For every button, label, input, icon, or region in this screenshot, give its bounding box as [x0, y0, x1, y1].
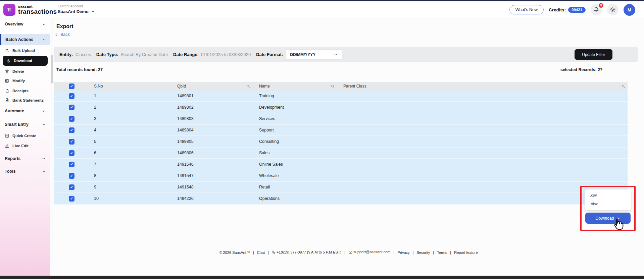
gear-icon: [610, 7, 616, 13]
notifications-button[interactable]: 5: [591, 4, 602, 15]
menu-item-csv[interactable]: .csv: [585, 191, 631, 200]
table-row[interactable]: ✓ 1 1489801 Training: [54, 91, 628, 102]
footer-privacy-link[interactable]: Privacy: [397, 250, 409, 255]
table-row[interactable]: ✓ 10 1494226 Operations: [54, 193, 628, 205]
table-row[interactable]: ✓ 8 1491547 Wholesale: [54, 170, 628, 182]
sidebar-section-overview[interactable]: Overview: [0, 19, 50, 29]
download-popup-highlight: .csv .xlsx Download: [580, 186, 636, 231]
date-range-label: Date Range:: [173, 52, 199, 57]
table-row[interactable]: ✓ 7 1491546 Online Sales: [54, 159, 628, 170]
download-format-menu: .csv .xlsx: [585, 189, 631, 210]
column-header-qbid[interactable]: QbId: [175, 84, 255, 89]
sidebar-item-bank-statements[interactable]: Bank Statements: [0, 96, 50, 105]
footer-security-link[interactable]: Security: [417, 250, 430, 255]
edit-icon: [5, 78, 9, 83]
sidebar-section-smart-entry[interactable]: Smart Entry: [0, 119, 50, 129]
check-icon: ✓: [70, 163, 73, 166]
row-checkbox[interactable]: ✓: [69, 196, 75, 202]
footer: © 2026 SaasAnt™ | Chat | +1(619) 377-097…: [53, 250, 644, 255]
row-checkbox[interactable]: ✓: [69, 139, 75, 145]
entity-label: Entity:: [59, 52, 73, 57]
footer-report-feature-link[interactable]: Report feature: [454, 250, 478, 255]
logo-brand-big: transactions: [18, 8, 57, 15]
sidebar-section-tools[interactable]: Tools: [0, 166, 50, 176]
check-icon: ✓: [70, 151, 73, 155]
table-row[interactable]: ✓ 6 1489806 Sales: [54, 148, 628, 159]
row-checkbox[interactable]: ✓: [69, 150, 75, 156]
settings-button[interactable]: [607, 4, 618, 15]
row-checkbox[interactable]: ✓: [69, 127, 75, 133]
row-checkbox[interactable]: ✓: [69, 173, 75, 179]
check-icon: ✓: [70, 140, 73, 144]
table-row[interactable]: ✓ 2 1489802 Development: [54, 102, 628, 113]
row-checkbox[interactable]: ✓: [69, 116, 75, 122]
sidebar-section-batch-actions[interactable]: Batch Actions: [0, 34, 50, 45]
check-icon: ✓: [70, 85, 73, 88]
row-checkbox[interactable]: ✓: [69, 184, 75, 190]
sidebar-item-receipts[interactable]: Receipts: [0, 87, 50, 95]
notification-count-badge: 5: [599, 3, 603, 8]
row-checkbox[interactable]: ✓: [69, 105, 75, 110]
bell-icon: [593, 7, 599, 13]
total-records-text: Total records found: 27: [56, 67, 103, 72]
column-header-sno[interactable]: S.No: [84, 84, 175, 89]
chevron-down-icon: [91, 10, 95, 13]
update-filter-button[interactable]: Update Filter: [575, 49, 612, 60]
table-row[interactable]: ✓ 9 1491548 Retail: [54, 182, 628, 193]
chevron-down-icon: [42, 157, 46, 161]
footer-copyright: © 2026 SaasAnt™: [219, 250, 250, 255]
sidebar-item-delete[interactable]: Delete: [0, 67, 50, 76]
sidebar-item-bulk-upload[interactable]: Bulk Upload: [0, 46, 50, 55]
table-row[interactable]: ✓ 5 1489805 Consulting: [54, 136, 628, 148]
app-logo[interactable]: tr saasant transactions: [3, 4, 57, 16]
check-icon: ✓: [70, 185, 73, 189]
chevron-up-icon: [42, 123, 46, 126]
column-header-name[interactable]: Name: [255, 84, 339, 89]
date-format-label: Date Format:: [256, 52, 283, 57]
selected-records-text: selected Records: 27: [560, 67, 602, 72]
search-icon[interactable]: [331, 84, 335, 89]
receipt-document-icon: [5, 89, 9, 93]
scrollbar-thumb[interactable]: [51, 55, 53, 83]
credits-label: Credits:: [549, 7, 566, 12]
back-button[interactable]: Back: [54, 32, 70, 37]
sidebar-item-modify[interactable]: Modify: [0, 76, 50, 85]
sidebar: Overview Batch Actions Bulk Upload Downl…: [0, 18, 50, 276]
column-header-parent-class[interactable]: Parent Class: [339, 84, 628, 89]
select-all-checkbox[interactable]: ✓: [69, 83, 75, 89]
sidebar-scrollbar[interactable]: [51, 18, 53, 272]
table-row[interactable]: ✓ 3 1489803 Services: [54, 113, 628, 125]
sidebar-item-live-edit[interactable]: Live Edit: [0, 142, 50, 150]
footer-email[interactable]: support@saasant.com: [348, 250, 390, 254]
current-account-value: SaasAnt Demo: [58, 9, 89, 14]
footer-chat-link[interactable]: Chat: [257, 250, 265, 255]
statement-document-icon: [5, 98, 9, 103]
sidebar-item-quick-create[interactable]: Quick Create: [0, 131, 50, 140]
bottom-window-strip: [0, 276, 644, 279]
check-icon: ✓: [70, 106, 73, 109]
date-format-select[interactable]: DD/MM/YYYY: [285, 49, 342, 60]
menu-item-xlsx[interactable]: .xlsx: [585, 200, 631, 208]
footer-terms-link[interactable]: Terms: [437, 250, 447, 255]
check-icon: ✓: [70, 94, 73, 98]
whats-new-button[interactable]: What's New: [509, 5, 544, 14]
row-checkbox[interactable]: ✓: [69, 93, 75, 99]
search-icon[interactable]: [621, 84, 626, 89]
chevron-left-icon: [54, 33, 58, 37]
sidebar-item-download[interactable]: Download: [3, 56, 48, 66]
current-account-label: Current Account: [58, 4, 95, 8]
row-checkbox[interactable]: ✓: [69, 162, 75, 167]
search-icon[interactable]: [246, 84, 250, 89]
app-header: tr saasant transactions Current Account …: [0, 1, 644, 18]
check-icon: ✓: [70, 174, 73, 178]
current-account-switcher[interactable]: Current Account SaasAnt Demo: [58, 4, 95, 14]
create-document-icon: [5, 133, 9, 138]
avatar[interactable]: M: [624, 4, 635, 16]
download-icon: [6, 58, 11, 63]
footer-phone[interactable]: +1(619) 377-0977 (9 A.M to 5 P.M EST): [272, 250, 341, 254]
table-header-row: ✓ S.No QbId Name Parent Class: [54, 82, 628, 91]
check-icon: ✓: [70, 128, 73, 132]
sidebar-section-automate[interactable]: Automate: [0, 106, 50, 116]
sidebar-section-reports[interactable]: Reports: [0, 154, 50, 164]
table-row[interactable]: ✓ 4 1489804 Support: [54, 125, 628, 136]
